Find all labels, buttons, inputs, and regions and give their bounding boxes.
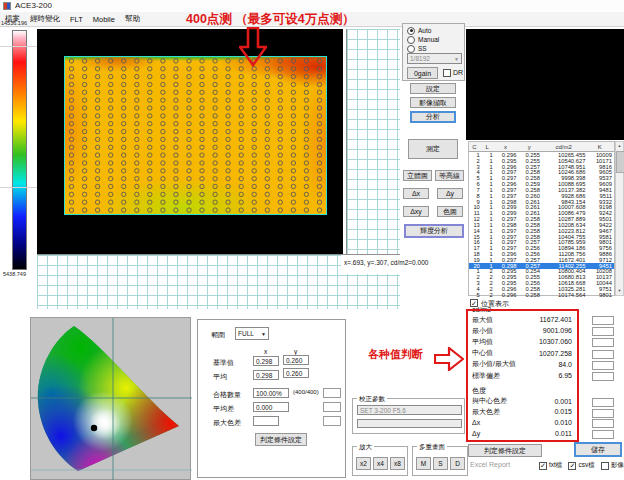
file-type-checkbox[interactable]: ✓csv檔 [568,461,594,470]
range-select[interactable]: FULL ▼ [235,327,269,340]
stats-chroma-indicators [592,398,614,440]
camera-preview [466,29,624,140]
shutter-value: 1/8192 [410,55,430,62]
zero-gain-button[interactable]: 0gain [407,67,438,79]
table-column-header: C [469,144,482,150]
col-y-header: y [294,348,297,355]
stats-lum-indicators [592,316,614,383]
checkbox-label: txt檔 [549,461,562,470]
delta-x-button[interactable]: Δx [403,188,429,199]
measure-button[interactable]: 測定 [408,139,458,159]
delta-y-button[interactable]: Δy [437,188,463,199]
capture-mode-radio[interactable]: Manual [407,35,439,44]
splitter-line [0,46,37,47]
save-button[interactable]: 儲存 [574,442,622,457]
file-type-checkboxes: ✓txt檔✓csv檔影像檔 [539,461,624,470]
colorbar-min-label: 5438.749 [3,271,26,277]
radio-icon[interactable] [407,27,415,35]
multi-screen-button[interactable]: M [416,457,431,470]
luminance-heatmap[interactable] [64,56,327,215]
ref-y-field[interactable]: 0.260 [283,355,309,365]
judge-indicator [592,327,614,336]
maxdiff-indicator [323,416,341,426]
file-type-checkbox[interactable]: 影像檔 [601,461,624,470]
capture-mode-radio[interactable]: Auto [407,26,439,35]
cie-diagram-panel[interactable] [30,317,191,480]
zoom-group: 放大 x2x4x8 [352,446,408,476]
dr-checkbox[interactable] [443,69,451,77]
settings-button[interactable]: 設定 [410,83,456,94]
pass-indicator [323,388,341,398]
measurement-table[interactable]: CLxycd/m2K 110.2960.25510265.45510009210… [468,141,615,296]
colormap-button[interactable]: 色圖 [437,206,463,217]
dr-checkbox-label: DR [453,69,463,76]
menu-item[interactable]: 幫助 [125,14,140,24]
file-type-checkbox[interactable]: ✓txt檔 [539,461,562,470]
analyze-button[interactable]: 分析 [410,111,456,123]
checkbox-icon[interactable]: ✓ [568,462,576,470]
measurement-view[interactable] [37,29,343,254]
avg-x-field[interactable]: 0.298 [253,370,279,380]
scroll-thumb[interactable] [616,151,624,173]
table-column-header: y [518,144,542,150]
dot-grid [65,57,326,214]
table-scrollbar[interactable]: ▲ ▼ [615,141,624,296]
avg-label: 平均 [213,372,227,382]
avgdiff-label: 平均差 [213,404,234,414]
pass-field: 100.00% [253,388,289,398]
menu-item[interactable]: 經時變化 [30,14,60,24]
delta-xy-button[interactable]: Δxy [403,206,429,217]
cursor-status-text: x=.693, y=.307, cd/m2=0.000 [344,259,428,266]
avg-y-field[interactable]: 0.260 [283,368,309,378]
luminance-dist-button[interactable]: 輝度分析 [404,224,464,238]
multi-buttons: MSD [416,457,465,470]
judge-indicator [592,350,614,359]
multi-screen-button[interactable]: D [450,457,465,470]
capture-mode-radio[interactable]: SS [407,44,439,53]
capture-mode-radios: AutoManualSS [407,26,439,53]
zoom-button[interactable]: x8 [390,457,405,470]
checkbox-icon[interactable] [601,462,609,470]
multi-screen-button[interactable]: S [433,457,448,470]
capture-settings-panel: AutoManualSS 1/8192 ▼ 0gain DR [402,23,465,81]
zoom-button[interactable]: x2 [356,457,371,470]
range-judge-button[interactable]: 判定條件設定 [255,433,307,446]
judge-condition-button[interactable]: 判定條件設定 [468,444,542,457]
judge-indicator [592,419,614,428]
view3d-button[interactable]: 立體圖 [403,170,432,181]
shutter-select[interactable]: 1/8192 ▼ [407,53,462,64]
annotation-right-arrow-icon [434,347,464,371]
ref-x-field[interactable]: 0.298 [253,356,279,366]
app-icon [3,2,11,10]
excel-report-button[interactable]: Excel Report [470,461,510,468]
checkbox-icon[interactable]: ✓ [539,462,547,470]
scroll-up-icon[interactable]: ▲ [616,142,623,150]
radio-label: SS [418,45,427,52]
radio-icon[interactable] [407,45,415,53]
checkbox-label: csv檔 [578,461,594,470]
colorbar-panel: 14536.196 5438.749 [0,27,37,310]
judge-indicator [592,398,614,407]
zoom-button[interactable]: x4 [373,457,388,470]
colorbar-gradient [12,30,27,270]
app-window: ACE3-200 檔案經時變化FLTMobile幫助 14536.196 543… [0,0,624,480]
menu-item[interactable]: Mobile [93,15,115,24]
judge-indicator [592,409,614,418]
judge-indicator [592,361,614,370]
capture-button[interactable]: 影像擷取 [410,97,456,108]
contour-button[interactable]: 等高線 [435,170,464,181]
annotation-stats-box [466,309,579,442]
cie-measured-point [91,425,97,431]
range-label: 範圍 [211,330,225,340]
scroll-down-icon[interactable]: ▼ [616,287,623,295]
table-body[interactable]: 110.2960.25510265.45510009210.2950.25510… [469,152,614,298]
table-row[interactable]: 520.2960.25810174.5649801 [469,292,614,298]
judge-indicator [592,316,614,325]
calibration-value2-field [357,419,462,428]
menu-item[interactable]: FLT [70,15,83,24]
range-panel: 範圍 FULL ▼ x y 基準值 0.298 0.260 平均 0.298 0… [197,319,346,478]
graticule-right [346,29,400,254]
chevron-down-icon: ▼ [454,56,459,62]
radio-icon[interactable] [407,36,415,44]
avgdiff-field: 0.000 [253,402,289,412]
